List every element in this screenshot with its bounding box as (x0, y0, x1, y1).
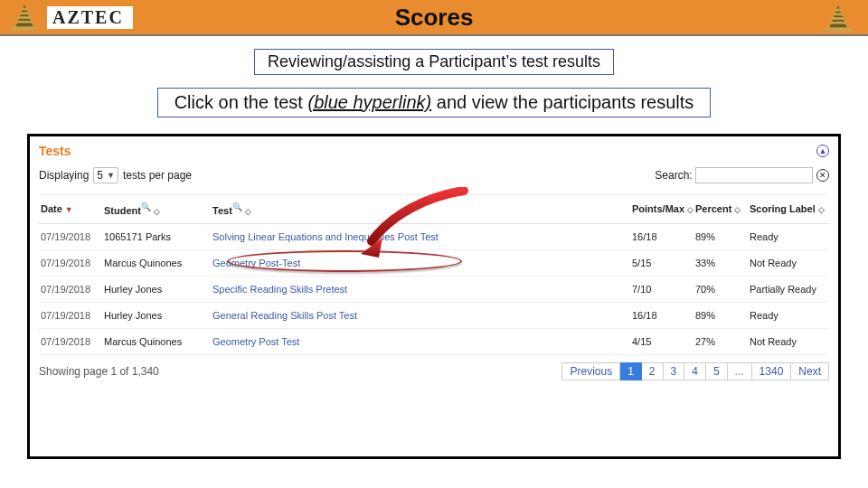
test-link[interactable]: Specific Reading Skills Pretest (212, 284, 347, 295)
cell-student: Marcus Quinones (102, 249, 211, 276)
test-link[interactable]: Geometry Post Test (212, 336, 299, 347)
pager-page[interactable]: 3 (664, 362, 685, 380)
cell-label: Partially Ready (748, 276, 829, 302)
pagination: Previous12345...1340Next (561, 362, 829, 380)
cell-student: Hurley Jones (102, 276, 211, 302)
per-page-select[interactable]: 5 ▼ (93, 167, 118, 183)
test-link[interactable]: Geometry Post-Test (212, 258, 300, 268)
pager-page[interactable]: 4 (684, 362, 706, 380)
svg-rect-3 (19, 12, 29, 14)
pager-page[interactable]: 1340 (752, 362, 792, 380)
pager-next[interactable]: Next (791, 362, 829, 380)
pager-ellipsis: ... (728, 362, 752, 380)
table-row: 07/19/2018Marcus QuinonesGeometry Post-T… (39, 249, 829, 276)
svg-rect-11 (830, 22, 847, 24)
cell-percent: 70% (693, 276, 748, 302)
pager-page[interactable]: 1 (620, 362, 642, 380)
sort-desc-icon: ▼ (65, 205, 73, 214)
table-row: 07/19/2018Marcus QuinonesGeometry Post T… (39, 328, 829, 354)
per-page-value: 5 (97, 169, 103, 182)
cell-date: 07/19/2018 (39, 302, 102, 328)
cell-label: Ready (748, 223, 829, 249)
col-date[interactable]: Date▼ (39, 195, 102, 224)
brand: AZTEC (0, 3, 133, 32)
col-percent[interactable]: Percent◇ (693, 195, 748, 224)
cell-student: 1065171 Parks (102, 223, 211, 249)
col-label[interactable]: Scoring Label◇ (748, 195, 829, 224)
cell-date: 07/19/2018 (39, 328, 102, 354)
search-input[interactable] (695, 167, 813, 183)
instruction-pre: Click on the test (175, 92, 308, 112)
panel-title: Tests (39, 144, 71, 158)
svg-marker-1 (16, 5, 33, 26)
cell-date: 07/19/2018 (39, 276, 102, 302)
table-row: 07/19/2018Hurley JonesGeneral Reading Sk… (39, 302, 829, 328)
col-student[interactable]: Student🔍◇ (102, 195, 211, 224)
aztec-logo-icon (7, 3, 42, 32)
caption-box: Reviewing/assisting a Participant’s test… (254, 49, 614, 75)
cell-percent: 89% (693, 302, 748, 328)
cell-points: 16/18 (630, 302, 693, 328)
test-link[interactable]: General Reading Skills Post Test (212, 310, 357, 321)
svg-rect-9 (833, 13, 843, 15)
tests-panel: Tests ▲ Displaying 5 ▼ tests per page Se… (27, 134, 841, 459)
cell-percent: 33% (693, 249, 748, 276)
clear-search-icon[interactable]: ✕ (816, 169, 829, 182)
table-row: 07/19/2018Hurley JonesSpecific Reading S… (39, 276, 829, 302)
instruction-emph: (blue hyperlink) (307, 92, 431, 112)
cell-points: 7/10 (630, 276, 693, 302)
displaying-label: Displaying (39, 169, 89, 182)
col-test[interactable]: Test🔍◇ (211, 195, 630, 224)
col-points[interactable]: Points/Max◇ (630, 195, 693, 224)
svg-rect-5 (16, 21, 33, 23)
pager-page[interactable]: 2 (642, 362, 664, 380)
cell-points: 4/15 (630, 328, 693, 354)
sort-icon: ◇ (734, 205, 741, 214)
table-row: 07/19/20181065171 ParksSolving Linear Eq… (39, 223, 829, 249)
tests-table: Date▼ Student🔍◇ Test🔍◇ Points/Max◇ Perce… (39, 194, 829, 355)
cell-date: 07/19/2018 (39, 249, 102, 276)
pager-prev[interactable]: Previous (561, 362, 620, 380)
cell-student: Marcus Quinones (102, 328, 211, 354)
test-link[interactable]: Solving Linear Equations and Inequalitie… (212, 231, 439, 242)
chevron-down-icon: ▼ (107, 171, 115, 180)
sort-icon: ◇ (154, 207, 160, 216)
aztec-logo-right-icon (821, 4, 855, 33)
cell-points: 16/18 (630, 223, 693, 249)
svg-rect-10 (831, 17, 844, 20)
svg-marker-7 (830, 5, 847, 27)
cell-label: Ready (748, 302, 829, 328)
sort-icon: ◇ (818, 205, 825, 214)
cell-percent: 27% (693, 328, 748, 354)
header-bar: AZTEC Scores (0, 0, 868, 36)
cell-student: Hurley Jones (102, 302, 211, 328)
instruction-box: Click on the test (blue hyperlink) and v… (157, 88, 712, 117)
collapse-icon[interactable]: ▲ (816, 145, 829, 157)
svg-rect-8 (835, 9, 842, 12)
brand-label: AZTEC (47, 6, 133, 29)
cell-points: 5/15 (630, 249, 693, 276)
page-title: Scores (395, 4, 474, 32)
search-icon[interactable]: 🔍 (141, 202, 151, 211)
search-label: Search: (655, 169, 692, 182)
cell-date: 07/19/2018 (39, 223, 102, 249)
cell-percent: 89% (693, 223, 748, 249)
sort-icon: ◇ (245, 207, 251, 216)
svg-rect-4 (17, 16, 31, 19)
pager-page[interactable]: 5 (706, 362, 728, 380)
svg-rect-2 (21, 8, 28, 11)
per-page-suffix: tests per page (123, 169, 192, 182)
search-icon[interactable]: 🔍 (232, 202, 242, 211)
instruction-post: and view the participants results (431, 92, 693, 112)
cell-label: Not Ready (748, 328, 829, 354)
showing-text: Showing page 1 of 1,340 (39, 365, 159, 378)
cell-label: Not Ready (748, 249, 829, 276)
